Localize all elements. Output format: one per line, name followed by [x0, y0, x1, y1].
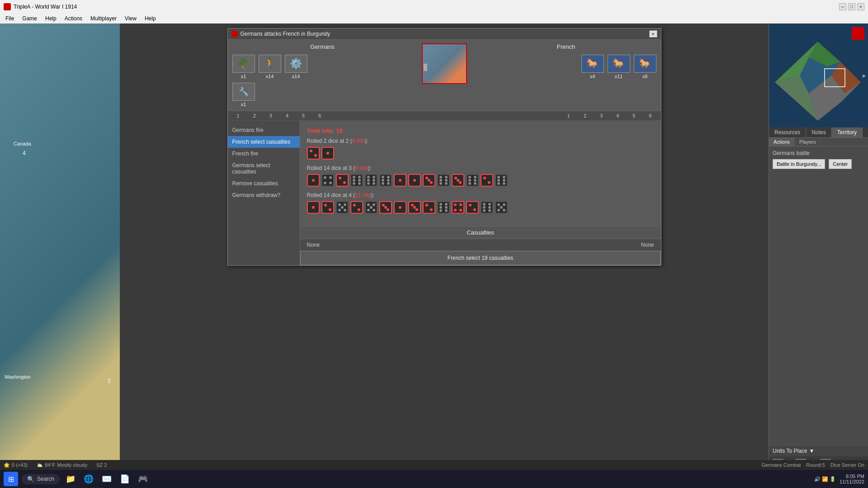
search-bar[interactable]: 🔍 Search — [22, 474, 60, 484]
french-unit-1: 🐎 x4 — [581, 55, 604, 79]
french-turn-5: 5 — [632, 113, 635, 118]
svg-point-70 — [373, 209, 375, 211]
menu-game[interactable]: Game — [19, 14, 41, 23]
taskbar-clock: 8:05 PM 11/11/2022 — [840, 474, 864, 484]
step-french-fire[interactable]: French fire — [228, 148, 300, 160]
tab-territory[interactable]: Territory — [832, 127, 863, 137]
svg-point-56 — [312, 206, 315, 209]
tab-resources[interactable]: Resources — [769, 127, 806, 137]
subtab-players[interactable]: Players — [795, 138, 821, 146]
step-french-select[interactable]: French select casualties — [228, 136, 300, 148]
steps-sidebar: Germans fire French select casualties Fr… — [228, 121, 300, 265]
svg-point-25 — [387, 179, 390, 182]
svg-point-59 — [338, 203, 341, 206]
subtab-actions[interactable]: Actions — [769, 138, 795, 146]
svg-point-28 — [399, 179, 401, 182]
french-select-casualties-button[interactable]: French select 19 casualties — [300, 251, 661, 265]
german-unit-3: ⚙️ x14 — [285, 55, 307, 79]
battle-info-label: Germans battle — [773, 150, 864, 156]
svg-point-43 — [474, 176, 476, 178]
minimize-button[interactable]: ─ — [839, 3, 846, 10]
svg-point-69 — [367, 209, 370, 211]
french-unit-count-2: x11 — [615, 74, 623, 79]
die-2-3 — [336, 174, 349, 187]
die-3-4 — [350, 201, 363, 214]
map-label-canada: Canada — [14, 141, 31, 146]
german-turn-4: 4 — [286, 113, 288, 118]
german-side-label: Germans — [232, 43, 413, 50]
battle-dialog: Germans attacks French in Burgundy × Ger… — [227, 28, 661, 266]
svg-point-93 — [488, 203, 491, 206]
start-button[interactable]: ⊞ — [4, 472, 18, 486]
die-2-2 — [321, 174, 334, 187]
svg-point-78 — [425, 204, 428, 206]
close-button[interactable]: × — [857, 3, 864, 10]
menu-file[interactable]: File — [2, 14, 18, 23]
die-3-8 — [408, 201, 421, 214]
svg-point-66 — [367, 203, 370, 206]
step-remove-casualties[interactable]: Remove casualties — [228, 178, 300, 189]
svg-point-35 — [439, 179, 442, 182]
menu-multiplayer[interactable]: Multiplayer — [87, 14, 120, 23]
dialog-titlebar: Germans attacks French in Burgundy × — [228, 28, 661, 40]
svg-point-23 — [387, 176, 390, 178]
french-unit-icon-1: 🐎 — [581, 55, 604, 73]
svg-point-74 — [399, 206, 401, 209]
system-tray-icons: 🔊 📶 🔋 — [814, 476, 836, 482]
svg-point-12 — [353, 179, 355, 182]
taskbar-browser-icon[interactable]: 🌐 — [81, 472, 96, 486]
battle-map-bg — [423, 44, 466, 83]
taskbar-word-icon[interactable]: 📄 — [118, 472, 132, 486]
dice-row-3-grid — [307, 201, 654, 214]
minimap-expand[interactable]: ▶ — [863, 73, 866, 78]
french-turn-numbers: 1 2 3 4 5 6 — [567, 113, 652, 118]
dice-row-3-label: Rolled 14 dice at 4 (11 hits): — [307, 192, 654, 198]
german-unit-icon-3: ⚙️ — [285, 55, 307, 73]
svg-point-88 — [454, 209, 457, 211]
menu-actions[interactable]: Actions — [61, 14, 86, 23]
svg-point-46 — [468, 182, 471, 185]
svg-point-37 — [439, 182, 442, 185]
maximize-button[interactable]: □ — [848, 3, 855, 10]
menu-view[interactable]: View — [121, 14, 140, 23]
die-3-13 — [481, 201, 493, 214]
die-2-12 — [466, 174, 479, 187]
status-weather-icon: ⛅ — [37, 462, 43, 468]
german-unit-1: 🪖 x1 — [232, 55, 255, 79]
svg-point-99 — [503, 203, 505, 206]
svg-point-13 — [358, 179, 361, 182]
minimap: ▶ — [769, 23, 868, 127]
taskbar-game-icon[interactable]: 🎮 — [136, 472, 150, 486]
tab-notes[interactable]: Notes — [806, 127, 831, 137]
status-resources: 🌟 0 (+43) — [4, 462, 28, 468]
total-hits-label: Total hits: — [307, 127, 335, 134]
taskbar: ⊞ 🔍 Search 📁 🌐 ✉️ 📄 🎮 🔊 📶 🔋 8:05 PM 11/1… — [0, 470, 868, 488]
map-number-4: 4 — [23, 150, 26, 156]
die-3-1 — [307, 201, 320, 214]
dialog-icon — [231, 31, 238, 37]
menu-help2[interactable]: Help — [141, 14, 160, 23]
taskbar-files-icon[interactable]: 📁 — [63, 472, 78, 486]
step-german-select[interactable]: Germans select casualties — [228, 160, 300, 178]
battle-in-burgundy-button[interactable]: Battle in Burgundy... — [773, 159, 825, 169]
german-unit-count-2: x14 — [266, 74, 274, 79]
taskbar-mail-icon[interactable]: ✉️ — [99, 472, 114, 486]
svg-point-87 — [459, 203, 462, 206]
svg-point-41 — [459, 181, 462, 184]
svg-point-1 — [314, 154, 317, 157]
svg-point-36 — [445, 179, 448, 182]
menu-help[interactable]: Help — [42, 14, 60, 23]
dice-row-2-hits: 8 hits — [355, 165, 368, 171]
dice-row-2-label: Rolled 14 dice at 3 (8 hits): — [307, 165, 654, 171]
svg-point-95 — [488, 206, 491, 209]
center-button[interactable]: Center — [829, 159, 852, 169]
german-unit-icon-4: 🔧 — [232, 83, 255, 101]
svg-point-40 — [457, 179, 459, 182]
french-side-label: French — [476, 43, 656, 50]
die-3-6 — [379, 201, 392, 214]
dialog-close-button[interactable]: × — [649, 30, 657, 38]
step-german-withdraw[interactable]: Germans withdraw? — [228, 189, 300, 201]
svg-point-86 — [454, 203, 457, 206]
svg-point-91 — [473, 208, 476, 211]
step-german-fire[interactable]: Germans fire — [228, 124, 300, 136]
